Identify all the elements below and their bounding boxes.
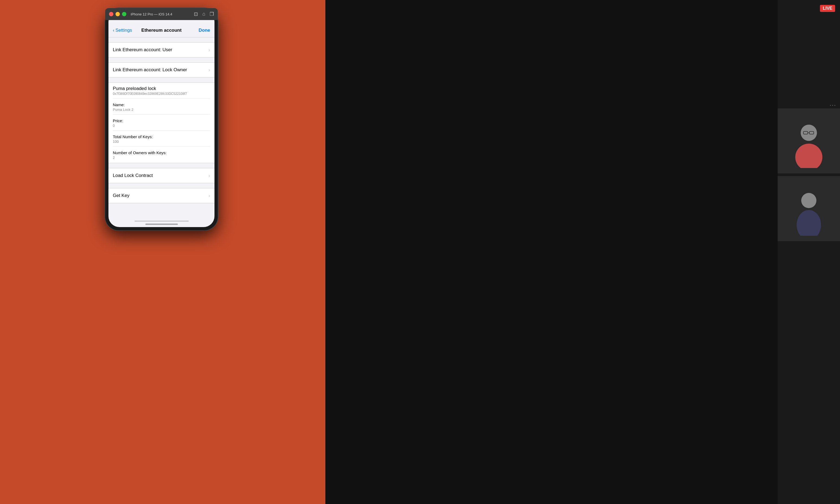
home-icon[interactable]: ⌂ [202, 11, 205, 17]
get-key-chevron-icon: › [209, 193, 210, 199]
settings-list: Link Ethereum account: User › Link Ether… [108, 42, 214, 203]
get-key-label: Get Key [113, 193, 129, 198]
svg-point-1 [795, 144, 822, 168]
preloaded-lock-header: Puma preloaded lock [113, 86, 210, 91]
traffic-light-red[interactable] [109, 12, 113, 16]
more-options-button[interactable]: ... [830, 100, 836, 107]
name-row: Name: Puma Lock 2 [113, 103, 210, 112]
load-lock-contract-label: Load Lock Contract [113, 173, 153, 178]
link-user-label: Link Ethereum account: User [113, 47, 172, 53]
live-panel: LIVE ... [777, 0, 840, 504]
link-user-cell[interactable]: Link Ethereum account: User › [108, 42, 214, 57]
owners-keys-label: Number of Owners with Keys: [113, 150, 210, 155]
back-button[interactable]: ‹ Settings [113, 28, 132, 33]
info-divider-4 [113, 146, 210, 147]
load-lock-contract-chevron-icon: › [209, 173, 210, 179]
back-label: Settings [116, 28, 132, 33]
name-value: Puma Lock 2 [113, 108, 210, 112]
link-user-chevron-icon: › [209, 47, 210, 53]
price-row: Price: 0 [113, 119, 210, 128]
done-button[interactable]: Done [199, 28, 210, 33]
price-value: 0 [113, 124, 210, 128]
name-label: Name: [113, 103, 210, 107]
load-lock-contract-cell[interactable]: Load Lock Contract › [108, 168, 214, 183]
video-thumbnail-2 [777, 176, 840, 241]
navigation-bar: ‹ Settings Ethereum account Done [108, 23, 214, 37]
svg-point-5 [801, 193, 817, 208]
video-thumbnail-1 [777, 108, 840, 174]
info-section: Puma preloaded lock 0x7f389Df70E090849ec… [108, 83, 214, 163]
video-person-1 [777, 108, 840, 174]
screenshot-icon[interactable]: ⊡ [194, 11, 198, 17]
traffic-light-green[interactable] [122, 12, 126, 16]
info-divider-3 [113, 130, 210, 131]
home-indicator[interactable] [145, 223, 178, 225]
total-keys-label: Total Number of Keys: [113, 134, 210, 139]
iphone-screen: 2:47 ▲ ▮ ‹ Settings Ethereum account Don… [108, 12, 214, 227]
owners-keys-value: 2 [113, 156, 210, 160]
scroll-indicator [135, 220, 189, 222]
section-load-lock-contract: Load Lock Contract › [108, 168, 214, 183]
background-dark [326, 0, 840, 504]
mac-titlebar: iPhone 12 Pro — iOS 14.4 ⊡ ⌂ ❐ [105, 8, 218, 20]
video-person-2 [777, 176, 840, 241]
link-lock-owner-label: Link Ethereum account: Lock Owner [113, 67, 187, 73]
link-lock-owner-chevron-icon: › [209, 67, 210, 73]
price-label: Price: [113, 119, 210, 123]
iphone-mockup: 2:47 ▲ ▮ ‹ Settings Ethereum account Don… [105, 8, 218, 230]
nav-title: Ethereum account [141, 28, 181, 33]
mac-window-title: iPhone 12 Pro — iOS 14.4 [131, 12, 172, 16]
traffic-light-yellow[interactable] [116, 12, 120, 16]
back-chevron-icon: ‹ [113, 28, 115, 33]
clipboard-icon[interactable]: ❐ [210, 11, 214, 17]
live-badge: LIVE [820, 5, 835, 12]
total-keys-row: Total Number of Keys: 100 [113, 134, 210, 144]
preloaded-lock-address: 0x7f389Df70E090849ec32869E28fc33DC522108… [113, 92, 210, 96]
section-link-user: Link Ethereum account: User › [108, 42, 214, 57]
total-keys-value: 100 [113, 140, 210, 144]
section-link-lock-owner: Link Ethereum account: Lock Owner › [108, 62, 214, 77]
owners-keys-row: Number of Owners with Keys: 2 [113, 150, 210, 160]
get-key-cell[interactable]: Get Key › [108, 188, 214, 203]
section-get-key: Get Key › [108, 188, 214, 203]
link-lock-owner-cell[interactable]: Link Ethereum account: Lock Owner › [108, 62, 214, 77]
svg-point-6 [797, 210, 821, 236]
